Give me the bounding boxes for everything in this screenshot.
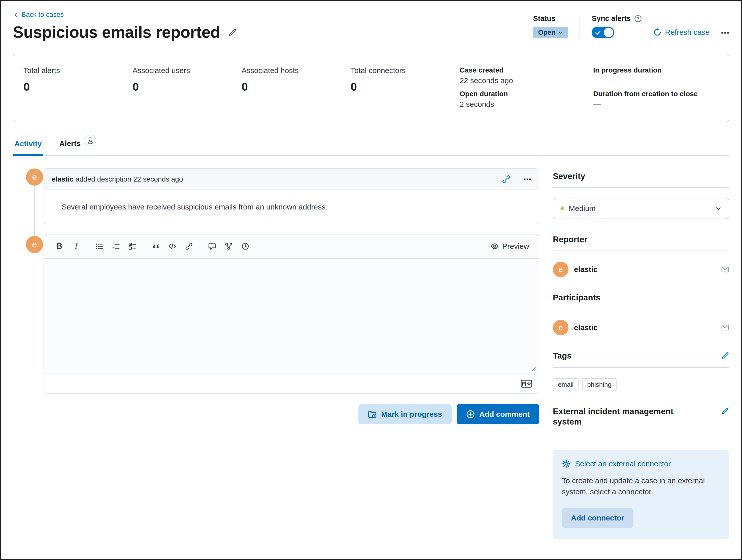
tab-activity-label: Activity	[14, 139, 42, 148]
chain-link-icon	[185, 242, 193, 250]
tags-title: Tags	[553, 350, 572, 361]
sync-alerts-toggle[interactable]	[592, 27, 614, 38]
editor-footer	[44, 374, 539, 393]
insert-comment-button[interactable]	[205, 239, 219, 254]
meta-in-progress-duration: In progress duration —	[593, 66, 719, 85]
italic-button[interactable]: I	[69, 239, 84, 254]
comment-textarea[interactable]	[44, 259, 539, 374]
select-external-connector-link[interactable]: Select an external connector	[562, 459, 671, 468]
comment-body: Several employees have received suspicio…	[44, 190, 539, 224]
divider	[553, 309, 729, 309]
case-tabs: Activity Alerts	[13, 138, 729, 156]
meta-duration-to-close: Duration from creation to close —	[593, 90, 719, 109]
add-comment-label: Add comment	[479, 410, 530, 418]
sync-alerts-text: Sync alerts	[592, 14, 631, 23]
header-right: Status Open Sync alerts ?	[533, 11, 729, 38]
meta-case-created: Case created 22 seconds ago	[460, 66, 593, 85]
tag-chip[interactable]: phishing	[582, 378, 617, 391]
case-durations-column: In progress duration — Duration from cre…	[593, 66, 719, 109]
toolbar-list-group: 12	[92, 239, 140, 254]
stat-total-connectors: Total connectors 0	[351, 66, 460, 109]
email-participant-button[interactable]	[721, 324, 729, 332]
edit-tags-button[interactable]	[721, 351, 729, 359]
meta-value: 22 seconds ago	[460, 76, 593, 85]
comment-header: elastic added description 22 seconds ago	[44, 169, 539, 190]
add-connector-button[interactable]: Add connector	[562, 508, 633, 528]
edit-title-button[interactable]	[228, 28, 237, 37]
status-label: Status	[533, 14, 568, 23]
meta-value: 2 seconds	[460, 100, 593, 109]
meta-label: Open duration	[460, 90, 593, 98]
chain-link-icon	[502, 175, 511, 183]
stat-value: 0	[23, 80, 132, 94]
code-icon	[168, 242, 176, 250]
editor-body	[44, 259, 539, 374]
bold-button[interactable]: B	[52, 239, 67, 254]
severity-title: Severity	[553, 171, 585, 181]
copy-link-button[interactable]	[502, 175, 511, 183]
comment-actions-menu-button[interactable]	[524, 175, 531, 183]
tab-alerts[interactable]: Alerts	[58, 138, 98, 155]
tab-activity[interactable]: Activity	[13, 138, 43, 156]
envelope-icon	[721, 265, 729, 273]
description-comment-card: elastic added description 22 seconds ago	[44, 168, 539, 224]
ordered-list-button[interactable]: 12	[109, 239, 123, 254]
header-left: Back to cases Suspicious emails reported	[13, 11, 237, 42]
external-system-section: External incident management system Sele…	[553, 406, 729, 539]
tag-chip[interactable]: email	[553, 378, 579, 391]
reporter-user-row: e elastic	[553, 262, 729, 277]
comment-header-text: elastic added description 22 seconds ago	[52, 175, 183, 183]
mark-in-progress-button[interactable]: Mark in progress	[358, 404, 452, 424]
speech-bubble-icon	[208, 242, 216, 250]
unordered-list-button[interactable]	[92, 239, 107, 254]
case-summary-panel: Total alerts 0 Associated users 0 Associ…	[13, 54, 729, 122]
chevron-down-icon	[715, 205, 722, 212]
svg-text:2: 2	[112, 246, 114, 250]
insert-clock-button[interactable]	[238, 239, 253, 254]
insert-visualization-button[interactable]	[221, 239, 236, 254]
participants-title: Participants	[553, 292, 600, 303]
quote-button[interactable]	[148, 239, 163, 254]
meta-label: Duration from creation to close	[593, 90, 719, 98]
external-system-title: External incident management system	[553, 406, 694, 427]
eye-icon	[491, 242, 499, 250]
email-reporter-button[interactable]	[721, 265, 729, 273]
stat-total-alerts: Total alerts 0	[23, 66, 132, 109]
severity-select[interactable]: Medium	[553, 198, 729, 219]
comment-time[interactable]: 22 seconds ago	[133, 175, 183, 183]
toolbar-plugins-group	[205, 239, 253, 254]
plus-in-circle-icon	[466, 410, 475, 418]
add-comment-button[interactable]: Add comment	[457, 404, 539, 424]
reporter-section: Reporter e elastic	[553, 234, 729, 277]
select-external-connector-label: Select an external connector	[575, 459, 671, 468]
quote-icon	[152, 242, 159, 250]
markdown-icon[interactable]	[521, 380, 532, 388]
sync-alerts-label: Sync alerts ?	[592, 14, 642, 23]
avatar: e	[26, 168, 43, 185]
preview-button[interactable]: Preview	[489, 242, 531, 251]
meta-open-duration: Open duration 2 seconds	[460, 90, 593, 109]
comment-action: added description	[75, 175, 131, 183]
tags-list: email phishing	[553, 378, 729, 391]
tags-section: Tags email phishing	[553, 350, 729, 391]
edit-external-connector-button[interactable]	[721, 407, 729, 415]
boxes-horizontal-icon	[524, 175, 531, 183]
refresh-case-button[interactable]: Refresh case	[653, 26, 709, 38]
status-dropdown[interactable]: Open	[533, 27, 568, 38]
svg-text:1: 1	[112, 242, 114, 246]
tab-alerts-label: Alerts	[59, 139, 81, 148]
back-to-cases-link[interactable]: Back to cases	[13, 11, 64, 19]
stat-label: Associated hosts	[242, 66, 351, 75]
insert-link-button[interactable]	[181, 239, 196, 254]
flask-icon	[85, 135, 96, 146]
task-list-button[interactable]	[125, 239, 140, 254]
code-button[interactable]	[165, 239, 179, 254]
help-icon[interactable]: ?	[634, 15, 642, 22]
comment-author: elastic	[52, 175, 73, 183]
divider	[553, 433, 729, 433]
resize-grip-icon[interactable]	[531, 367, 537, 372]
case-content: e e elastic added description 22 seconds…	[13, 168, 729, 560]
avatar: e	[553, 262, 569, 277]
refresh-icon	[653, 28, 661, 36]
case-actions-menu-button[interactable]	[721, 27, 729, 38]
